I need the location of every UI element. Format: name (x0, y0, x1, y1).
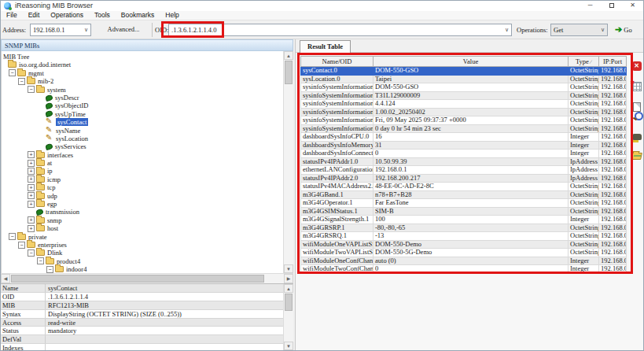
scroll-up-icon[interactable]: ▲ (284, 284, 293, 293)
result-row[interactable]: wifiModuleTwoConfChan...0Integer192.168.… (301, 265, 627, 274)
collapse-icon[interactable]: − (46, 266, 53, 273)
result-row[interactable]: sysinfoSystemInformation...4.4.124OctetS… (301, 100, 627, 109)
chevron-down-icon[interactable]: ∨ (83, 27, 90, 33)
tree-vertical-scrollbar[interactable]: ▲ ▼ (283, 51, 293, 273)
document-icon[interactable] (633, 102, 641, 112)
result-row[interactable]: statusIPv4MACAddress2.048-EE-0C-AD-E2-8C… (301, 183, 627, 191)
go-button[interactable]: ➔ Go (615, 24, 632, 36)
tree-node-iso-org-dod-internet[interactable]: iso.org.dod.internet (2, 60, 283, 68)
tree-horizontal-scrollbar[interactable]: ◀ ▶ (1, 273, 293, 283)
collapse-icon[interactable]: − (9, 233, 16, 240)
scroll-up-icon[interactable]: ▲ (284, 51, 293, 60)
scrollbar-thumb[interactable] (285, 61, 293, 84)
chevron-down-icon[interactable]: ∨ (503, 27, 510, 33)
tree-node-icmp[interactable]: +icmp (2, 175, 283, 183)
minimize-button[interactable]: ─ (580, 1, 601, 11)
result-row[interactable]: sysinfoSystemInformation...0 day 0 hr 54… (301, 124, 627, 133)
result-row[interactable]: sysLocation.0TaipeiOctetString192.168.0.… (301, 75, 627, 83)
result-row[interactable]: wifiModuleOneConfChann...auto (0)Integer… (301, 257, 627, 265)
result-row[interactable]: wifiModuleTwoVAPListSS...DOM-550-5G-Demo… (301, 249, 627, 257)
tree-node-ip[interactable]: +ip (2, 166, 283, 174)
result-row[interactable]: dashboardSysInfoCPU.016Integer192.168.0.… (301, 133, 627, 142)
result-row[interactable]: m3G4GOperator.1Far EasToneOctetString192… (301, 199, 627, 208)
tree-node-interfaces[interactable]: +interfaces (2, 150, 283, 158)
result-row[interactable]: dashboardSysInfoConnecti...0Integer192.1… (301, 150, 627, 158)
advanced-button[interactable]: Advanced... (100, 24, 147, 36)
tree-node-snmp[interactable]: +snmp (2, 216, 283, 224)
collapse-icon[interactable]: − (18, 78, 25, 85)
expand-icon[interactable]: + (28, 176, 35, 183)
result-row[interactable]: m3G4GRSRQ.1-13OctetString192.168.0... (301, 232, 627, 241)
oid-combo[interactable]: .1.3.6.1.2.1.1.4.0 ∨ (168, 24, 512, 36)
result-row[interactable]: ethernetLANConfiguration...192.168.0.1Ip… (301, 166, 627, 175)
search-icon[interactable] (632, 112, 642, 121)
menu-file[interactable]: File (1, 11, 23, 20)
result-row[interactable]: statusIPv4IPAddr2.0192.168.200.217IpAddr… (301, 174, 627, 183)
operations-select[interactable]: Get ∨ (550, 24, 608, 36)
collapse-icon[interactable]: − (18, 242, 25, 249)
tree-node-transmission[interactable]: transmission (2, 207, 283, 215)
tree-node-tcp[interactable]: +tcp (2, 183, 283, 190)
column-header-type[interactable]: Type∕ (569, 57, 599, 67)
expand-icon[interactable]: + (28, 160, 35, 167)
column-header-ip-port[interactable]: IP:Port (599, 57, 627, 67)
expand-icon[interactable]: + (28, 184, 35, 191)
maximize-button[interactable] (601, 1, 622, 11)
expand-icon[interactable]: + (28, 216, 35, 224)
export-table-icon[interactable] (632, 82, 642, 91)
collapse-icon[interactable]: − (37, 257, 44, 264)
tree-node-syscontact[interactable]: sysContact (2, 117, 283, 125)
result-row[interactable]: m3G4GBand.1n78+B7+B28OctetString192.168.… (301, 190, 627, 199)
tree-node-private[interactable]: −private (2, 232, 283, 240)
scroll-left-icon[interactable]: ◀ (1, 274, 10, 283)
expand-icon[interactable]: + (28, 151, 35, 158)
result-row[interactable]: m3G4GSIMStatus.1SIM-BOctetString192.168.… (301, 207, 627, 216)
menu-bookmarks[interactable]: Bookmarks (116, 11, 160, 20)
address-combo[interactable]: 192.168.0.1 ∨ (30, 24, 91, 36)
scroll-right-icon[interactable]: ▶ (284, 274, 293, 283)
tree-node-host[interactable]: +host (2, 224, 283, 231)
result-row[interactable]: statusIPv4IPAddr1.010.50.99.39IpAddress1… (301, 157, 627, 166)
menu-operations[interactable]: Operations (45, 11, 89, 20)
close-button[interactable]: ✕ (622, 1, 643, 11)
tab-result-table[interactable]: Result Table (300, 40, 351, 53)
result-row[interactable]: sysinfoSystemInformation...T31L129000009… (301, 91, 627, 100)
tree-node-sysuptime[interactable]: sysUpTime (2, 109, 283, 117)
tree-node-indoor4[interactable]: −indoor4 (2, 264, 283, 272)
collapse-icon[interactable]: − (9, 69, 16, 76)
column-header-name-oid[interactable]: Name/OID (301, 57, 374, 67)
chevron-down-icon[interactable]: ∨ (599, 27, 606, 33)
expand-icon[interactable]: + (28, 168, 35, 175)
snmp-walk-icon[interactable] (632, 134, 642, 140)
clear-icon[interactable]: ✕ (632, 61, 642, 71)
tree-node-syslocation[interactable]: sysLocation (2, 134, 283, 142)
result-row[interactable]: m3G4GRSRP.1-80,-80,-65OctetString192.168… (301, 224, 627, 232)
scroll-down-icon[interactable]: ▼ (284, 264, 293, 273)
expand-icon[interactable]: + (28, 201, 35, 208)
tree-node-egp[interactable]: +egp (2, 199, 283, 207)
tree-node-sysobjectid[interactable]: sysObjectID (2, 101, 283, 109)
result-row[interactable]: sysContact.0DOM-550-GSOOctetString192.16… (301, 67, 627, 76)
result-row[interactable]: m3G4GSignalStrength.1100Integer192.168.0… (301, 216, 627, 224)
result-row[interactable]: sysinfoSystemInformationF...1.00.02_2025… (301, 108, 627, 116)
tree-node-mib-tree[interactable]: MIB Tree (2, 52, 283, 60)
tree-node-product4[interactable]: −product4 (2, 257, 283, 264)
result-row[interactable]: wifiModuleOneVAPListSSI...DOM-550-DemoOc… (301, 240, 627, 249)
tree-node-mib-2[interactable]: −mib-2 (2, 76, 283, 84)
scroll-down-icon[interactable]: ▼ (284, 342, 293, 350)
tree-node-udp[interactable]: +udp (2, 191, 283, 199)
tree-node-sysservices[interactable]: sysServices (2, 142, 283, 150)
collapse-icon[interactable]: − (28, 249, 35, 257)
expand-icon[interactable]: + (28, 225, 35, 232)
result-row[interactable]: sysinfoSystemInformationS...Fri, 09 May … (301, 116, 627, 125)
result-row[interactable]: dashboardSysInfoMemory.031Integer192.168… (301, 141, 627, 150)
scrollbar-thumb[interactable] (11, 275, 264, 283)
collapse-icon[interactable]: − (28, 86, 35, 93)
tree-node-sysdescr[interactable]: sysDescr (2, 93, 283, 101)
tree-node-sysname[interactable]: sysName (2, 126, 283, 134)
scrollbar-thumb[interactable] (285, 294, 293, 311)
tree-node-system[interactable]: −system (2, 85, 283, 93)
properties-vertical-scrollbar[interactable]: ▲ ▼ (283, 284, 293, 350)
menu-edit[interactable]: Edit (23, 11, 46, 20)
tree-node-dlink[interactable]: −Dlink (2, 248, 283, 256)
